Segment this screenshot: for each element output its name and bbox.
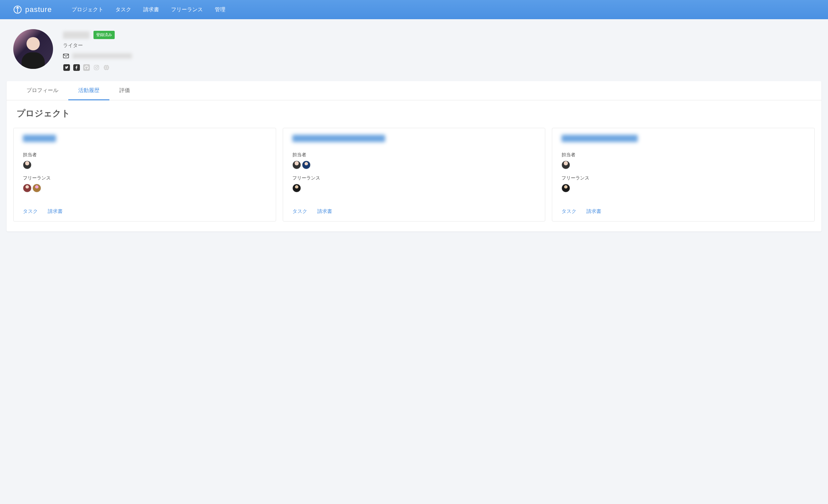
profile-info: 登録済み ライター — [63, 29, 132, 71]
section-title: プロジェクト — [7, 100, 821, 123]
avatar[interactable] — [292, 184, 301, 192]
tab-activity[interactable]: 活動履歴 — [68, 81, 110, 100]
freelance-avatars — [292, 184, 536, 192]
nav-admin[interactable]: 管理 — [215, 6, 225, 13]
nav-tasks[interactable]: タスク — [115, 6, 131, 13]
project-cards: 担当者 フリーランス タスク 請求書 担当者 フリーランス — [7, 123, 821, 231]
nav-projects[interactable]: プロジェクト — [72, 6, 104, 13]
svg-rect-1 — [63, 54, 69, 58]
freelance-label: フリーランス — [292, 175, 536, 181]
svg-point-6 — [95, 66, 97, 68]
instagram-icon[interactable] — [93, 64, 100, 71]
tab-bar: プロフィール 活動履歴 評価 — [7, 81, 821, 100]
profile-avatar[interactable] — [13, 29, 53, 69]
globe-icon[interactable] — [103, 64, 110, 71]
assignee-avatars — [562, 161, 805, 169]
twitter-icon[interactable] — [63, 64, 70, 71]
social-links — [63, 64, 132, 71]
card-invoice-link[interactable]: 請求書 — [586, 208, 601, 215]
card-invoice-link[interactable]: 請求書 — [317, 208, 332, 215]
github-icon[interactable] — [83, 64, 90, 71]
nav-invoices[interactable]: 請求書 — [143, 6, 159, 13]
assignee-label: 担当者 — [292, 152, 536, 158]
assignee-label: 担当者 — [562, 152, 805, 158]
svg-rect-4 — [83, 64, 90, 71]
nav-freelance[interactable]: フリーランス — [171, 6, 203, 13]
assignee-label: 担当者 — [23, 152, 266, 158]
project-card: 担当者 フリーランス タスク 請求書 — [552, 128, 815, 222]
app-header: pasture プロジェクト タスク 請求書 フリーランス 管理 — [0, 0, 828, 19]
tab-evaluation[interactable]: 評価 — [110, 81, 140, 100]
freelance-avatars — [562, 184, 805, 192]
main-nav: プロジェクト タスク 請求書 フリーランス 管理 — [72, 6, 225, 13]
card-task-link[interactable]: タスク — [562, 208, 576, 215]
avatar[interactable] — [302, 161, 310, 169]
avatar[interactable] — [33, 184, 41, 192]
project-title-redacted[interactable] — [23, 135, 56, 142]
avatar[interactable] — [562, 184, 570, 192]
brand-icon — [13, 5, 22, 14]
freelance-label: フリーランス — [23, 175, 266, 181]
email-icon — [63, 54, 69, 58]
project-title-redacted[interactable] — [562, 135, 638, 142]
facebook-icon[interactable] — [73, 64, 80, 71]
avatar[interactable] — [23, 161, 32, 169]
profile-header: 登録済み ライター — [0, 19, 828, 75]
svg-point-7 — [98, 66, 98, 66]
card-invoice-link[interactable]: 請求書 — [48, 208, 63, 215]
assignee-avatars — [292, 161, 536, 169]
profile-name-redacted — [63, 32, 89, 39]
freelance-avatars — [23, 184, 266, 192]
avatar[interactable] — [23, 184, 32, 192]
project-card: 担当者 フリーランス タスク 請求書 — [283, 128, 546, 222]
tab-profile[interactable]: プロフィール — [16, 81, 68, 100]
assignee-avatars — [23, 161, 266, 169]
profile-role: ライター — [63, 42, 132, 49]
avatar[interactable] — [562, 161, 570, 169]
status-badge: 登録済み — [93, 31, 115, 39]
card-task-link[interactable]: タスク — [23, 208, 38, 215]
brand-text: pasture — [25, 5, 52, 14]
avatar[interactable] — [292, 161, 301, 169]
content-panel: プロフィール 活動履歴 評価 プロジェクト 担当者 フリーランス タスク 請求書 — [7, 81, 821, 231]
profile-email-redacted — [72, 53, 132, 59]
svg-point-8 — [104, 65, 109, 70]
freelance-label: フリーランス — [562, 175, 805, 181]
card-task-link[interactable]: タスク — [292, 208, 307, 215]
project-title-redacted[interactable] — [292, 135, 385, 142]
project-card: 担当者 フリーランス タスク 請求書 — [13, 128, 276, 222]
brand-logo[interactable]: pasture — [13, 5, 52, 14]
